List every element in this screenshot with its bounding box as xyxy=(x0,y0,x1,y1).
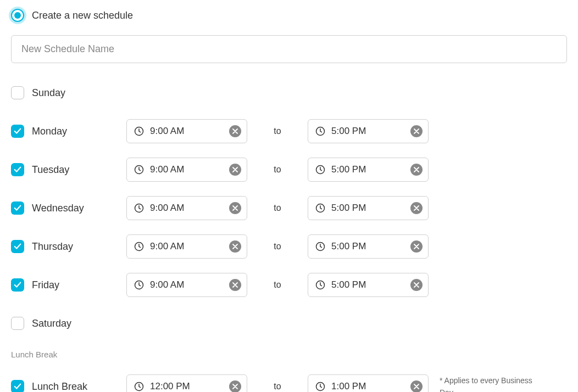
end-time-input-wednesday[interactable]: 5:00 PM xyxy=(308,196,429,220)
clear-time-button[interactable] xyxy=(410,380,423,392)
clear-time-button[interactable] xyxy=(410,125,423,137)
schedule-name-input[interactable] xyxy=(11,35,567,63)
time-separator: to xyxy=(247,382,308,391)
day-checkbox-monday[interactable] xyxy=(11,125,24,138)
start-time-input-tuesday[interactable]: 9:00 AM xyxy=(126,158,247,182)
time-value: 1:00 PM xyxy=(331,381,405,392)
close-icon xyxy=(414,384,419,389)
clock-icon xyxy=(315,241,326,252)
time-value: 9:00 AM xyxy=(150,203,224,214)
time-separator: to xyxy=(247,165,308,175)
day-label: Tuesday xyxy=(32,164,69,176)
day-label: Sunday xyxy=(32,87,65,99)
clock-icon xyxy=(134,241,144,252)
close-icon xyxy=(232,282,238,288)
lunch-break-heading: Lunch Break xyxy=(11,350,567,359)
time-value: 9:00 AM xyxy=(150,164,224,175)
day-label: Wednesday xyxy=(32,203,84,214)
day-checkbox-saturday[interactable] xyxy=(11,317,24,330)
lunch-break-checkbox[interactable] xyxy=(11,380,24,392)
clear-time-button[interactable] xyxy=(410,202,423,214)
start-time-input-thursday[interactable]: 9:00 AM xyxy=(126,234,247,259)
end-time-input-thursday[interactable]: 5:00 PM xyxy=(308,234,429,259)
day-row: Monday9:00 AMto5:00 PM xyxy=(11,119,567,143)
time-value: 5:00 PM xyxy=(331,203,405,214)
lunch-break-row: Lunch Break 12:00 PM to 1:00 PM * Applie… xyxy=(11,374,567,392)
lunch-break-label: Lunch Break xyxy=(32,381,87,392)
start-time-input-wednesday[interactable]: 9:00 AM xyxy=(126,196,247,220)
day-label: Saturday xyxy=(32,318,71,329)
time-value: 12:00 PM xyxy=(150,381,224,392)
time-value: 9:00 AM xyxy=(150,126,224,137)
end-time-input-friday[interactable]: 5:00 PM xyxy=(308,273,429,297)
time-separator: to xyxy=(247,242,308,251)
day-checkbox-sunday[interactable] xyxy=(11,86,24,99)
time-value: 9:00 AM xyxy=(150,279,224,290)
clock-icon xyxy=(315,279,326,290)
time-value: 5:00 PM xyxy=(331,241,405,252)
close-icon xyxy=(232,128,238,134)
day-checkbox-wednesday[interactable] xyxy=(11,201,24,215)
day-checkbox-thursday[interactable] xyxy=(11,240,24,253)
create-schedule-label: Create a new schedule xyxy=(32,10,133,21)
lunch-footnote: * Applies to every Business Day. xyxy=(440,374,549,392)
close-icon xyxy=(232,205,238,211)
start-time-input-monday[interactable]: 9:00 AM xyxy=(126,119,247,143)
clear-time-button[interactable] xyxy=(410,240,423,253)
time-value: 5:00 PM xyxy=(331,126,405,137)
day-row: Wednesday9:00 AMto5:00 PM xyxy=(11,196,567,220)
clock-icon xyxy=(134,279,144,290)
clear-time-button[interactable] xyxy=(229,202,241,214)
lunch-start-time-input[interactable]: 12:00 PM xyxy=(126,374,247,392)
close-icon xyxy=(414,244,419,249)
time-separator: to xyxy=(247,203,308,213)
start-time-input-friday[interactable]: 9:00 AM xyxy=(126,273,247,297)
day-label: Friday xyxy=(32,279,59,291)
end-time-input-tuesday[interactable]: 5:00 PM xyxy=(308,158,429,182)
time-value: 9:00 AM xyxy=(150,241,224,252)
close-icon xyxy=(414,205,419,211)
clear-time-button[interactable] xyxy=(410,164,423,176)
clear-time-button[interactable] xyxy=(229,279,241,291)
end-time-input-monday[interactable]: 5:00 PM xyxy=(308,119,429,143)
close-icon xyxy=(232,167,238,172)
day-row: Saturday xyxy=(11,311,567,335)
close-icon xyxy=(414,282,419,288)
day-label: Thursday xyxy=(32,241,73,253)
day-checkbox-friday[interactable] xyxy=(11,278,24,292)
clear-time-button[interactable] xyxy=(229,380,241,392)
close-icon xyxy=(414,128,419,134)
create-schedule-option[interactable]: Create a new schedule xyxy=(11,9,567,22)
day-label: Monday xyxy=(32,126,67,137)
close-icon xyxy=(232,384,238,389)
time-value: 5:00 PM xyxy=(331,164,405,175)
clock-icon xyxy=(134,203,144,214)
time-value: 5:00 PM xyxy=(331,279,405,290)
day-row: Thursday9:00 AMto5:00 PM xyxy=(11,234,567,259)
day-row: Tuesday9:00 AMto5:00 PM xyxy=(11,158,567,182)
clock-icon xyxy=(315,164,326,175)
day-row: Friday9:00 AMto5:00 PM xyxy=(11,273,567,297)
clear-time-button[interactable] xyxy=(229,240,241,253)
clock-icon xyxy=(134,126,144,137)
time-separator: to xyxy=(247,126,308,136)
clock-icon xyxy=(134,381,144,392)
clock-icon xyxy=(315,203,326,214)
clock-icon xyxy=(315,381,326,392)
clear-time-button[interactable] xyxy=(229,125,241,137)
clear-time-button[interactable] xyxy=(229,164,241,176)
day-checkbox-tuesday[interactable] xyxy=(11,163,24,176)
clock-icon xyxy=(315,126,326,137)
lunch-end-time-input[interactable]: 1:00 PM xyxy=(308,374,429,392)
close-icon xyxy=(232,244,238,249)
day-row: Sunday xyxy=(11,81,567,105)
clock-icon xyxy=(134,164,144,175)
close-icon xyxy=(414,167,419,172)
time-separator: to xyxy=(247,280,308,290)
radio-icon xyxy=(11,9,24,22)
clear-time-button[interactable] xyxy=(410,279,423,291)
